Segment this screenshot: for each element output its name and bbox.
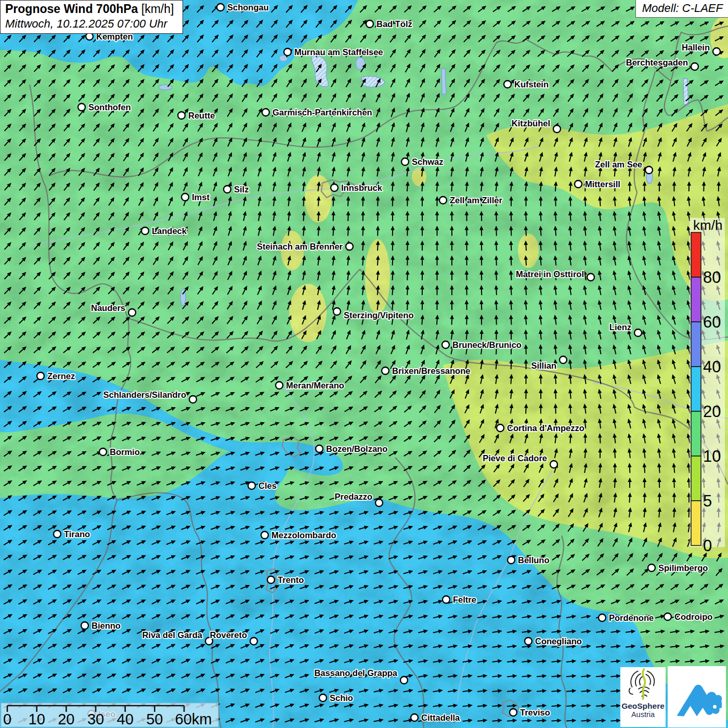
city-label: Hallein bbox=[682, 43, 710, 52]
city-label: Imst bbox=[192, 192, 210, 202]
city-marker bbox=[86, 33, 93, 40]
city-label: Reutte bbox=[188, 111, 215, 120]
city-marker bbox=[504, 81, 511, 88]
city-marker bbox=[37, 372, 44, 380]
city: Meran/Merano bbox=[276, 381, 344, 390]
city-marker bbox=[217, 4, 224, 11]
city-marker bbox=[276, 382, 283, 389]
city-marker bbox=[333, 308, 341, 315]
city-marker bbox=[575, 180, 582, 188]
city-marker bbox=[267, 576, 275, 583]
city: Imst bbox=[181, 192, 210, 202]
scale-bar: 0102030405060km bbox=[1, 703, 218, 727]
city-marker bbox=[691, 63, 698, 70]
city-marker bbox=[560, 356, 567, 363]
city-marker bbox=[411, 714, 418, 721]
city-label: Zernez bbox=[47, 371, 75, 381]
city-marker bbox=[181, 193, 189, 201]
city-label: Tirano bbox=[64, 529, 90, 539]
city-label: Steinach am Brenner bbox=[257, 242, 343, 251]
wind-speed-legend: km/h806040201050 bbox=[690, 217, 725, 555]
city-label: Pordenone bbox=[609, 613, 654, 622]
city-marker bbox=[78, 103, 85, 111]
city-label: Bozen/Bolzano bbox=[326, 444, 387, 453]
scale-bar-tick-label: 30 bbox=[87, 711, 104, 727]
city: Cortina d'Ampezzo bbox=[497, 423, 584, 433]
city: Belluno bbox=[508, 555, 550, 565]
city-label: Treviso bbox=[520, 708, 550, 717]
city: Reutte bbox=[178, 111, 215, 120]
city-marker bbox=[81, 622, 88, 629]
city-marker bbox=[54, 530, 61, 538]
city-marker bbox=[346, 243, 353, 250]
city-label: Rovereto bbox=[210, 630, 247, 640]
city-marker bbox=[525, 638, 532, 645]
legend-band-label: 80 bbox=[703, 268, 721, 287]
city: Schwaz bbox=[401, 157, 444, 166]
city-marker bbox=[645, 166, 653, 174]
legend-band-swatch bbox=[691, 277, 701, 322]
city-marker bbox=[508, 556, 515, 564]
city: Bruneck/Brunico bbox=[442, 340, 522, 349]
city-label: Sillian bbox=[531, 361, 556, 370]
city: Treviso bbox=[510, 708, 550, 717]
city-marker bbox=[284, 48, 291, 56]
city-label: Pieve di Cadore bbox=[483, 453, 547, 463]
city-marker bbox=[510, 709, 517, 716]
scale-bar-tick-label: 10 bbox=[29, 711, 45, 727]
city-marker bbox=[316, 445, 323, 452]
model-label: Modell: C-LAEF bbox=[635, 0, 728, 18]
city-label: Kufstein bbox=[514, 80, 549, 89]
city-marker bbox=[443, 596, 450, 603]
city-marker bbox=[189, 396, 197, 403]
city-marker bbox=[401, 158, 409, 165]
city-marker bbox=[178, 112, 185, 119]
city-label: Cles bbox=[258, 481, 277, 490]
legend-band-swatch bbox=[691, 232, 701, 277]
legend-band-label: 5 bbox=[703, 492, 712, 510]
legend-band-swatch bbox=[691, 411, 701, 456]
scale-bar-tick-label: 0 bbox=[3, 711, 11, 727]
title-box: Prognose Wind 700hPa [km/h] Mittwoch, 10… bbox=[0, 0, 183, 34]
city: Tirano bbox=[54, 529, 90, 539]
legend-band-swatch bbox=[691, 456, 701, 501]
legend-title: km/h bbox=[693, 217, 722, 233]
city-marker bbox=[713, 48, 720, 55]
city-label: Schio bbox=[330, 693, 353, 703]
city-marker bbox=[262, 109, 269, 116]
legend-band-swatch bbox=[691, 367, 701, 411]
city-label: Schongau bbox=[227, 3, 269, 12]
city-label: Spilimbergo bbox=[658, 563, 708, 573]
title-text: Prognose Wind 700hPa bbox=[5, 2, 138, 16]
city-label: Innsbruck bbox=[341, 183, 383, 192]
scale-bar-tick-label: 60km bbox=[175, 711, 212, 727]
city-marker bbox=[331, 184, 338, 191]
city: Brixen/Bressanone bbox=[382, 366, 470, 375]
city-label: Brixen/Bressanone bbox=[392, 366, 470, 375]
city-label: Nauders bbox=[91, 303, 125, 313]
city-label: Predazzo bbox=[335, 492, 372, 501]
city-label: Schlanders/Silandro bbox=[103, 390, 186, 399]
city-label: Conegliano bbox=[535, 636, 582, 646]
city-label: Belluno bbox=[518, 555, 550, 565]
city-label: Kitzbühel bbox=[512, 119, 550, 128]
city: Feltre bbox=[443, 595, 476, 604]
city-marker bbox=[382, 367, 389, 374]
city-marker bbox=[319, 694, 327, 701]
city: Bormio bbox=[99, 447, 140, 457]
city-label: Sonthofen bbox=[88, 102, 131, 112]
city-label: Zell am Ziller bbox=[450, 196, 502, 205]
city-label: Murnau am Staffelsee bbox=[294, 47, 383, 57]
city-marker bbox=[141, 227, 149, 235]
city-label: Schwaz bbox=[412, 157, 444, 166]
city-label: Lienz bbox=[609, 322, 631, 332]
city-marker bbox=[442, 341, 449, 348]
scale-bar-tick-label: 40 bbox=[117, 711, 134, 727]
city: Trento bbox=[267, 575, 304, 584]
city-marker bbox=[400, 677, 408, 684]
legend-band-swatch bbox=[691, 501, 701, 545]
geosphere-contour-icon bbox=[627, 667, 660, 701]
legend-band-label: 20 bbox=[703, 402, 721, 421]
city-marker bbox=[648, 564, 655, 571]
city-marker bbox=[261, 531, 268, 539]
